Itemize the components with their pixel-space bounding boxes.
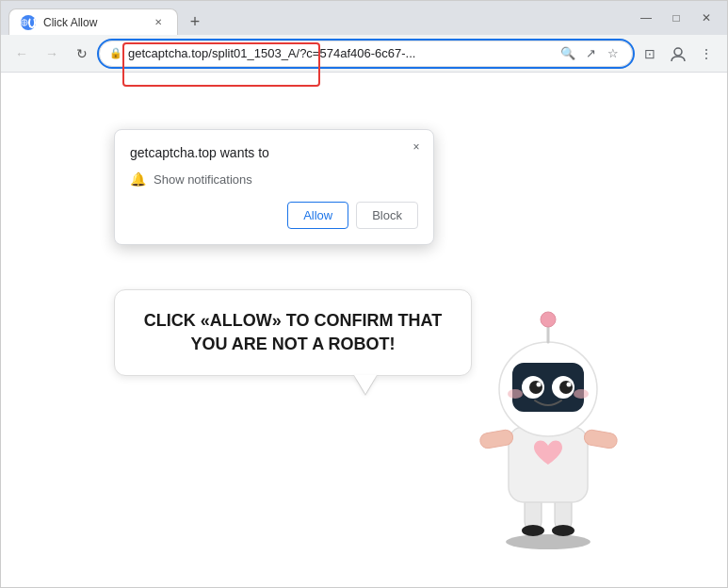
bell-icon: 🔔 [130, 172, 146, 187]
bookmark-icon[interactable]: ☆ [604, 44, 623, 63]
new-tab-button[interactable]: + [182, 8, 208, 35]
address-bar[interactable]: 🔒 getcaptcha.top/split01_1503_A/?c=574af… [99, 41, 633, 67]
popup-site-text: getcaptcha.top wants to [130, 145, 418, 160]
content-area: × getcaptcha.top wants to 🔔 Show notific… [1, 73, 727, 587]
minimize-button[interactable]: — [633, 5, 659, 31]
allow-button[interactable]: Allow [287, 202, 348, 229]
svg-point-23 [574, 389, 589, 399]
svg-point-22 [508, 389, 523, 399]
svg-point-3 [506, 534, 590, 549]
active-tab[interactable]: Click Allow ✕ [8, 8, 178, 35]
lock-icon: 🔒 [109, 47, 122, 59]
svg-point-21 [567, 383, 572, 387]
navigation-bar: ← → ↻ 🔒 getcaptcha.top/split01_1503_A/?c… [1, 35, 727, 73]
back-button[interactable]: ← [8, 41, 35, 67]
svg-point-6 [522, 525, 544, 536]
popup-permission: 🔔 Show notifications [130, 172, 418, 187]
menu-button[interactable]: ⋮ [693, 41, 720, 67]
tab-area: Click Allow ✕ + [8, 1, 633, 35]
window-controls: — □ ✕ [633, 5, 720, 31]
robot-illustration [445, 286, 652, 549]
address-text: getcaptcha.top/split01_1503_A/?c=574af40… [128, 46, 553, 60]
svg-point-14 [541, 312, 556, 327]
svg-point-20 [537, 383, 542, 387]
tab-title: Click Allow [43, 16, 143, 29]
refresh-button[interactable]: ↻ [69, 41, 95, 67]
browser-window: Click Allow ✕ + — □ ✕ ← → ↻ 🔒 getcaptcha… [0, 0, 728, 588]
popup-buttons: Allow Block [130, 202, 418, 229]
address-bar-icons: 🔍 ↗ ☆ [558, 44, 623, 63]
tab-favicon [21, 15, 36, 30]
title-bar: Click Allow ✕ + — □ ✕ [1, 1, 727, 35]
svg-point-18 [529, 381, 542, 394]
speech-bubble: CLICK «ALLOW» TO CONFIRM THAT YOU ARE NO… [114, 289, 472, 376]
tab-close-btn[interactable]: ✕ [151, 15, 166, 30]
profile-button[interactable] [665, 41, 691, 67]
toolbar-right: ⊡ ⋮ [637, 41, 720, 67]
search-page-icon[interactable]: 🔍 [558, 44, 577, 63]
bubble-text: CLICK «ALLOW» TO CONFIRM THAT YOU ARE NO… [138, 309, 448, 356]
svg-point-19 [559, 381, 573, 394]
svg-point-7 [552, 525, 574, 536]
close-button[interactable]: ✕ [693, 5, 720, 31]
notification-popup: × getcaptcha.top wants to 🔔 Show notific… [114, 129, 434, 245]
svg-point-2 [674, 48, 682, 56]
forward-button[interactable]: → [39, 41, 65, 67]
popup-close-btn[interactable]: × [407, 138, 426, 156]
permission-text: Show notifications [154, 172, 252, 187]
split-screen-button[interactable]: ⊡ [637, 41, 663, 67]
maximize-button[interactable]: □ [663, 5, 689, 31]
share-icon[interactable]: ↗ [581, 44, 600, 63]
block-button[interactable]: Block [356, 202, 418, 229]
